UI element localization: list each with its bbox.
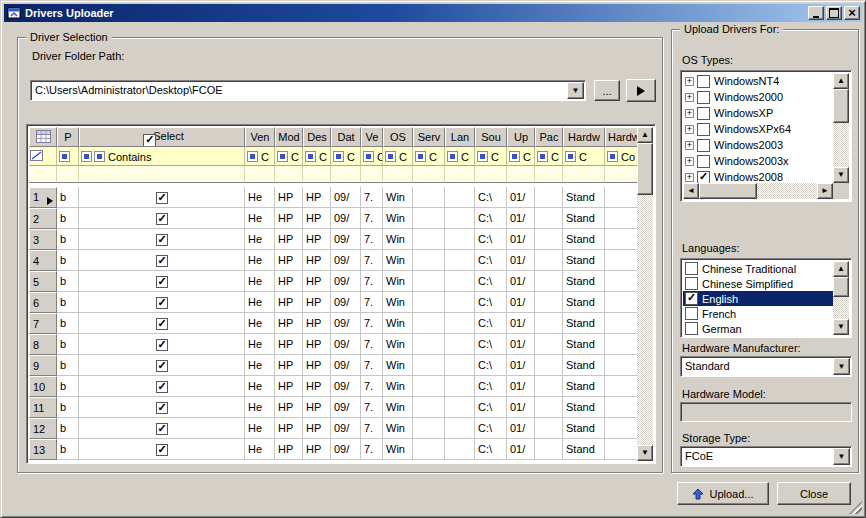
filter-cell-os[interactable]: C [383,147,413,166]
clear-filter-button[interactable] [29,147,57,166]
row-header[interactable]: 10 [29,376,57,397]
language-checkbox[interactable] [685,307,698,320]
cell-sou[interactable]: C:\ [475,313,507,334]
scrollbar-track[interactable] [699,183,817,199]
row-header[interactable]: 9 [29,355,57,376]
cell-ven[interactable]: He [245,334,275,355]
os-type-checkbox[interactable] [697,75,710,88]
cell-hardw2[interactable] [605,187,638,208]
cell-des[interactable]: HP [303,187,331,208]
cell-p[interactable]: b [57,313,79,334]
cell-up[interactable]: 01/ [507,439,535,460]
minimize-button[interactable] [808,6,824,20]
cell-mod[interactable]: HP [275,271,303,292]
cell-up[interactable]: 01/ [507,313,535,334]
column-header-select[interactable]: Select [79,127,245,147]
filter-icon[interactable] [363,151,374,162]
cell-ven[interactable]: He [245,313,275,334]
language-checkbox[interactable] [685,262,698,275]
os-type-checkbox[interactable] [697,91,710,104]
close-window-button[interactable] [844,6,860,20]
cell-des[interactable]: HP [303,355,331,376]
scrollbar-thumb[interactable] [637,143,653,195]
scrollbar-track[interactable] [833,277,849,319]
grid-row[interactable]: 4bHeHPHP09/7.WinC:\01/Stand [29,250,638,271]
filter-cell-des[interactable]: C [303,147,331,166]
cell-dat[interactable]: 09/ [331,334,361,355]
row-header[interactable]: 13 [29,439,57,460]
row-select-checkbox[interactable] [156,339,168,351]
cell-dat[interactable]: 09/ [331,376,361,397]
cell-p[interactable]: b [57,271,79,292]
column-header-hardw[interactable]: Hardw [563,127,605,147]
filter-icon[interactable] [509,151,520,162]
cell-des[interactable]: HP [303,208,331,229]
os-type-item[interactable]: +WindowsXPx64 [683,121,833,137]
language-checkbox[interactable] [685,277,698,290]
os-list-vertical-scrollbar[interactable]: ▲ ▼ [833,73,849,183]
cell-dat[interactable]: 09/ [331,292,361,313]
row-select-checkbox[interactable] [156,192,168,204]
cell-sou[interactable]: C:\ [475,334,507,355]
storage-dropdown-button[interactable]: ▼ [833,448,850,465]
cell-ven[interactable]: He [245,355,275,376]
cell-hardw[interactable]: Stand [563,271,605,292]
cell-os[interactable]: Win [383,271,413,292]
cell-hardw[interactable]: Stand [563,250,605,271]
filter-icon[interactable] [415,151,426,162]
cell-lan[interactable] [445,229,475,250]
scroll-up-button[interactable]: ▲ [833,73,849,89]
cell-pac[interactable] [535,271,563,292]
expand-icon[interactable]: + [685,109,694,118]
column-header-lan[interactable]: Lan [445,127,475,147]
filter-icon[interactable] [81,151,92,162]
cell-mod[interactable]: HP [275,187,303,208]
cell-hardw2[interactable] [605,313,638,334]
cell-ve[interactable]: 7. [361,229,383,250]
cell-up[interactable]: 01/ [507,376,535,397]
cell-sou[interactable]: C:\ [475,355,507,376]
os-type-item[interactable]: +Windows2008 [683,169,833,183]
cell-p[interactable]: b [57,187,79,208]
cell-lan[interactable] [445,313,475,334]
grid-row[interactable]: 7bHeHPHP09/7.WinC:\01/Stand [29,313,638,334]
row-select-checkbox[interactable] [156,360,168,372]
scrollbar-track[interactable] [637,143,653,445]
cell-ven[interactable]: He [245,397,275,418]
cell-serv[interactable] [413,208,445,229]
cell-p[interactable]: b [57,334,79,355]
os-type-checkbox[interactable] [697,139,710,152]
cell-serv[interactable] [413,313,445,334]
cell-hardw[interactable]: Stand [563,418,605,439]
cell-os[interactable]: Win [383,397,413,418]
cell-mod[interactable]: HP [275,376,303,397]
cell-hardw2[interactable] [605,355,638,376]
cell-hardw[interactable]: Stand [563,292,605,313]
cell-ve[interactable]: 7. [361,418,383,439]
cell-select[interactable] [79,229,245,250]
expand-icon[interactable]: + [685,173,694,182]
cell-up[interactable]: 01/ [507,229,535,250]
maximize-button[interactable] [826,6,842,20]
cell-lan[interactable] [445,187,475,208]
cell-pac[interactable] [535,334,563,355]
cell-select[interactable] [79,313,245,334]
filter-cell-pac[interactable]: C [535,147,563,166]
cell-select[interactable] [79,187,245,208]
filter-icon[interactable] [59,151,70,162]
cell-ve[interactable]: 7. [361,355,383,376]
cell-des[interactable]: HP [303,313,331,334]
cell-dat[interactable]: 09/ [331,418,361,439]
cell-lan[interactable] [445,208,475,229]
cell-os[interactable]: Win [383,418,413,439]
cell-ven[interactable]: He [245,418,275,439]
expand-icon[interactable]: + [685,125,694,134]
os-type-checkbox[interactable] [697,155,710,168]
cell-select[interactable] [79,418,245,439]
cell-pac[interactable] [535,397,563,418]
grid-row[interactable]: 9bHeHPHP09/7.WinC:\01/Stand [29,355,638,376]
grid-row[interactable]: 12bHeHPHP09/7.WinC:\01/Stand [29,418,638,439]
cell-mod[interactable]: HP [275,292,303,313]
cell-os[interactable]: Win [383,229,413,250]
cell-serv[interactable] [413,334,445,355]
